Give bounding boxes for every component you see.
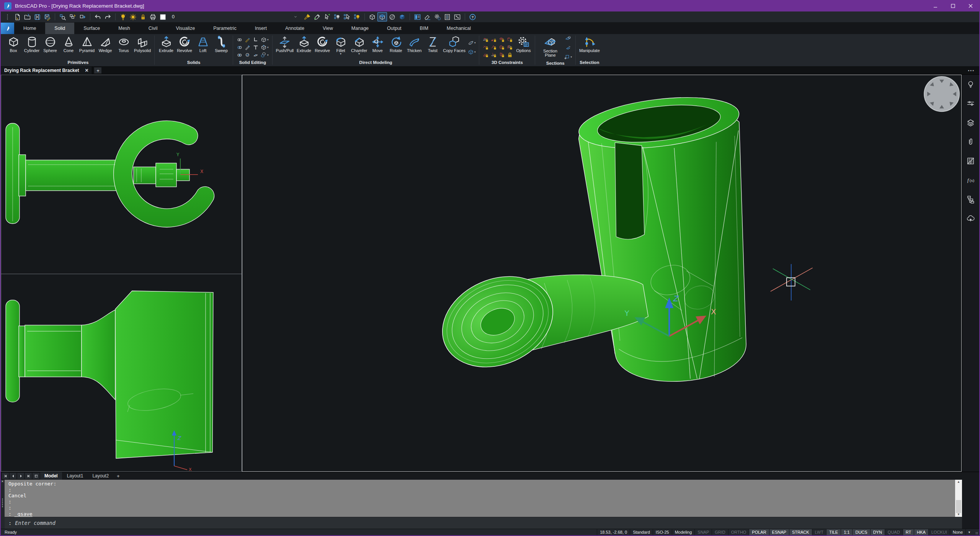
clean-screen-button[interactable] [423, 12, 432, 21]
surface-tool-button[interactable]: ▾ [467, 39, 477, 46]
viewport-3d-model[interactable]: Z X Y [242, 75, 962, 472]
realistic-view-button[interactable] [397, 12, 407, 21]
options-button[interactable]: Options [514, 35, 532, 60]
structure-panel-button[interactable] [966, 195, 975, 204]
revolve-button[interactable]: Revolve [314, 35, 331, 60]
cylinder-button[interactable]: Cylinder [23, 35, 41, 60]
extrude-button[interactable]: Extrude [157, 35, 175, 60]
isolate-objects-button[interactable] [332, 12, 342, 21]
wedge-button[interactable]: Wedge [96, 35, 114, 60]
new-file-button[interactable] [13, 12, 22, 21]
status-field-dyn[interactable]: DYN [870, 529, 885, 535]
status-field-tile[interactable]: TILE [826, 529, 841, 535]
brightness-button[interactable] [128, 12, 138, 21]
open-file-button[interactable] [23, 12, 32, 21]
panels-button[interactable] [413, 12, 422, 21]
concentric-button[interactable] [498, 36, 506, 43]
hidden-lines-view-button[interactable] [387, 12, 397, 21]
sphere-button[interactable]: Sphere [41, 35, 59, 60]
zoom-selection-button[interactable] [58, 12, 67, 21]
first-layout-button[interactable] [2, 473, 9, 479]
distance-button[interactable] [482, 44, 490, 51]
coplanar-button[interactable] [490, 51, 498, 59]
sweep-button[interactable]: Sweep [212, 35, 230, 60]
save-button[interactable] [33, 12, 42, 21]
command-history[interactable]: Opposite corner::Cancel::: _qsave [5, 480, 955, 517]
box-select-button[interactable]: ▾ [467, 48, 477, 56]
close-button[interactable] [962, 0, 979, 11]
drawing-explorer-button[interactable] [443, 12, 452, 21]
layout-list-button[interactable] [33, 473, 39, 479]
polysolid-button[interactable]: Polysolid [133, 35, 152, 60]
scroll-down-icon[interactable]: ▼ [957, 513, 960, 516]
layout-tab-layout1[interactable]: Layout1 [63, 472, 88, 480]
document-tab[interactable]: Drying Rack Replacement Bracket ✕ [1, 67, 92, 74]
status-field-lwt[interactable]: LWT [812, 529, 826, 535]
status-field-standard[interactable]: Standard [630, 529, 653, 535]
layout-tab-model[interactable]: Model [40, 472, 62, 480]
fields-panel-button[interactable]: f(x) [966, 176, 975, 185]
chamfer-button[interactable]: Chamfer▾ [350, 35, 368, 60]
layer-visibility-button[interactable] [118, 12, 128, 21]
tab-output[interactable]: Output [378, 23, 411, 34]
prev-layout-button[interactable] [10, 473, 16, 479]
hide-objects-button[interactable] [352, 12, 362, 21]
print-button[interactable] [148, 12, 158, 21]
fix-button[interactable] [482, 36, 490, 43]
close-document-icon[interactable]: ✕ [83, 68, 90, 73]
section-plane-button[interactable]: Section Plane [538, 36, 562, 60]
corner-t-button[interactable] [252, 44, 260, 51]
command-input[interactable]: : Enter command [5, 517, 962, 529]
tab-manage[interactable]: Manage [342, 23, 378, 34]
status-field-quad[interactable]: QUAD [885, 529, 903, 535]
status-field-lockui[interactable]: LOCKUI [928, 529, 950, 535]
status-menu-button[interactable]: ▼ [965, 529, 973, 535]
lock-layer-button[interactable] [138, 12, 148, 21]
copy-solid-button[interactable]: ▾ [260, 51, 270, 59]
redo-button[interactable] [103, 12, 113, 21]
layout-tab-layout2[interactable]: Layout2 [88, 472, 113, 480]
attachments-panel-button[interactable] [966, 137, 975, 146]
cloud-panel-button[interactable] [966, 214, 975, 223]
settings-button[interactable] [433, 12, 442, 21]
wireframe-view-button[interactable] [368, 12, 377, 21]
angle-button[interactable] [490, 44, 498, 51]
overflow-menu[interactable]: ••• [968, 68, 979, 73]
status-field-snap[interactable]: SNAP [694, 529, 712, 535]
extrude-button[interactable]: Extrude [295, 35, 313, 60]
viewport-top-view[interactable]: X Y [1, 75, 242, 274]
clip-display-button[interactable] [563, 35, 573, 42]
status-field-strack[interactable]: STRACK [789, 529, 812, 535]
union-button[interactable] [236, 36, 243, 43]
status-field-grid[interactable]: GRID [712, 529, 728, 535]
scroll-up-icon[interactable]: ▲ [957, 480, 960, 484]
shaded-view-button[interactable] [377, 12, 387, 21]
status-field-modeling[interactable]: Modeling [672, 529, 695, 535]
maximize-button[interactable] [944, 0, 962, 11]
fullscreen-button[interactable] [452, 12, 462, 21]
lock-button[interactable] [506, 51, 514, 59]
move-button[interactable]: Move [369, 35, 386, 60]
status-field-rt[interactable]: RT [903, 529, 914, 535]
eyedropper-button[interactable] [312, 12, 322, 21]
next-layout-button[interactable] [17, 473, 24, 479]
check-solid-button[interactable] [244, 51, 252, 59]
viewport-front-view[interactable]: Z X [1, 274, 242, 472]
command-panel-handle[interactable]: ✕ [1, 480, 5, 529]
cube-up-button[interactable]: ▾ [260, 44, 270, 51]
intersect-button[interactable] [236, 51, 243, 59]
match-properties-button[interactable] [302, 12, 312, 21]
tab-civil[interactable]: Civil [139, 23, 167, 34]
minimize-button[interactable] [926, 0, 944, 11]
section-block-button[interactable]: ▾ [563, 53, 573, 60]
status-field-polar[interactable]: POLAR [749, 529, 769, 535]
save-as-button[interactable] [42, 12, 52, 21]
cube-menu-button[interactable]: ▾ [260, 36, 270, 43]
tab-annotate[interactable]: Annotate [276, 23, 314, 34]
imprint-button[interactable] [252, 51, 260, 59]
clip-plane-button[interactable] [563, 44, 573, 51]
tab-surface[interactable]: Surface [74, 23, 109, 34]
manipulate-button[interactable]: Manipulate [578, 35, 601, 60]
application-menu-button[interactable] [1, 23, 14, 34]
revolve-button[interactable]: Revolve [176, 35, 193, 60]
